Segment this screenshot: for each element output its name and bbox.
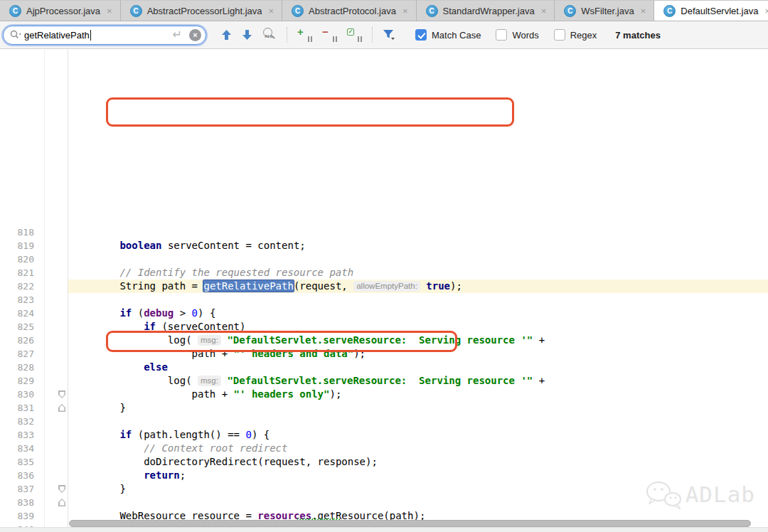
fold-region-down-icon[interactable] — [58, 485, 65, 493]
clear-search-icon[interactable]: × — [189, 29, 201, 41]
code-line-822[interactable]: 822 String path = getRelativePath(reques… — [0, 280, 768, 293]
match-case-checkbox[interactable] — [415, 29, 427, 41]
class-icon: C — [292, 5, 304, 17]
code-text: log( msg: "DefaultServlet.serveResource:… — [72, 375, 545, 386]
horizontal-scrollbar[interactable] — [69, 520, 751, 527]
code-line-831[interactable]: 831 } — [0, 401, 768, 415]
code-line-826[interactable]: 826 log( msg: "DefaultServlet.serveResou… — [0, 334, 768, 347]
filter-button[interactable] — [378, 26, 400, 44]
line-number: 827 — [0, 347, 34, 361]
code-line-835[interactable]: 835 doDirectoryRedirect(request, respons… — [0, 455, 768, 469]
words-checkbox[interactable] — [496, 29, 507, 41]
find-all-button[interactable]: ALL — [257, 26, 282, 44]
search-input[interactable]: getRelativePath ↵ × — [3, 26, 206, 45]
code-text: String path = getRelativePath(request, a… — [72, 280, 462, 292]
words-label: Words — [512, 30, 538, 41]
code-text: if (path.length() == 0) { — [72, 429, 270, 440]
add-occurrence-icon: + — [297, 28, 312, 42]
code-line-821[interactable]: 821 // Identify the requested resource p… — [0, 266, 768, 280]
class-icon: C — [426, 5, 438, 17]
tab-label: AjpProcessor.java — [26, 6, 100, 16]
line-number: 837 — [0, 482, 34, 496]
line-number: 830 — [0, 388, 34, 401]
close-tab-icon[interactable]: × — [763, 5, 768, 17]
annotation-box-getrelativepath — [106, 97, 514, 127]
line-number: 819 — [0, 239, 34, 252]
match-case-label: Match Case — [432, 30, 481, 41]
code-text: log( msg: "DefaultServlet.serveResource:… — [72, 334, 545, 346]
window-footer — [0, 527, 768, 532]
parameter-hint: allowEmptyPath: — [353, 281, 420, 292]
code-line-832[interactable]: 832 — [0, 415, 768, 428]
next-occurrence-button[interactable] — [237, 26, 257, 44]
code-line-818[interactable]: 818 — [0, 225, 768, 239]
code-line-830[interactable]: 830 path + "' headers only"); — [0, 388, 768, 401]
line-number: 833 — [0, 428, 34, 442]
select-all-occurrences-icon: ✓ — [347, 28, 362, 42]
tab-label: AbstractProtocol.java — [309, 6, 396, 16]
code-line-829[interactable]: 829 log( msg: "DefaultServlet.serveResou… — [0, 374, 768, 388]
tab-defaultservlet-java[interactable]: CDefaultServlet.java× — [654, 0, 768, 21]
tab-label: DefaultServlet.java — [681, 6, 758, 16]
code-line-833[interactable]: 833 if (path.length() == 0) { — [0, 428, 768, 442]
tab-abstractprotocol-java[interactable]: CAbstractProtocol.java× — [282, 0, 416, 21]
code-line-836[interactable]: 836 return; — [0, 469, 768, 482]
previous-occurrence-button[interactable] — [216, 26, 237, 44]
code-line-838[interactable]: 838 — [0, 496, 768, 509]
code-line-824[interactable]: 824 if (debug > 0) { — [0, 307, 768, 320]
code-line-828[interactable]: 828 else — [0, 361, 768, 374]
line-number: 824 — [0, 307, 34, 320]
code-text: else — [72, 361, 168, 373]
line-number: 821 — [0, 266, 34, 280]
find-toolbar: getRelativePath ↵ × ALL + − — [0, 21, 768, 49]
parameter-hint: msg: — [198, 376, 221, 386]
line-number: 825 — [0, 320, 34, 334]
regex-checkbox[interactable] — [554, 29, 565, 41]
toolbar-separator — [372, 27, 373, 43]
code-text: path + "' headers and data"); — [72, 348, 366, 359]
add-occurrence-button[interactable]: + — [292, 26, 317, 44]
tab-standardwrapper-java[interactable]: CStandardWrapper.java× — [417, 0, 555, 21]
line-number: 822 — [0, 280, 34, 293]
code-text: } — [72, 483, 126, 494]
tab-abstractprocessorlight-java[interactable]: CAbstractProcessorLight.java× — [121, 0, 282, 21]
close-tab-icon[interactable]: × — [540, 5, 548, 17]
fold-region-down-icon[interactable] — [58, 390, 65, 398]
code-line-834[interactable]: 834 // Context root redirect — [0, 442, 768, 455]
code-text: if (debug > 0) { — [72, 307, 215, 319]
find-all-icon: ALL — [262, 28, 277, 42]
line-number: 823 — [0, 293, 34, 307]
close-tab-icon[interactable]: × — [105, 5, 114, 17]
match-case-option[interactable]: Match Case — [415, 29, 481, 41]
code-line-825[interactable]: 825 if (serveContent) — [0, 320, 768, 334]
code-line-837[interactable]: 837 } — [0, 482, 768, 496]
remove-occurrence-button[interactable]: − — [317, 26, 342, 44]
parameter-hint: msg: — [198, 335, 221, 346]
text-caret — [90, 30, 91, 41]
close-tab-icon[interactable]: × — [639, 5, 648, 17]
line-number: 834 — [0, 442, 34, 455]
search-match-selected: getRelativePath — [203, 280, 293, 292]
match-count: 7 matches — [615, 30, 661, 41]
code-editor[interactable]: 818819 boolean serveContent = content;82… — [0, 50, 768, 532]
class-icon: C — [564, 5, 576, 17]
line-number: 826 — [0, 334, 34, 347]
code-line-827[interactable]: 827 path + "' headers and data"); — [0, 347, 768, 361]
tab-label: AbstractProcessorLight.java — [147, 6, 262, 16]
words-option[interactable]: Words — [496, 29, 538, 41]
code-line-819[interactable]: 819 boolean serveContent = content; — [0, 239, 768, 252]
tab-ajpprocessor-java[interactable]: CAjpProcessor.java× — [0, 0, 121, 21]
fold-region-up-icon[interactable] — [58, 404, 65, 412]
close-tab-icon[interactable]: × — [267, 5, 276, 17]
select-all-occurrences-button[interactable]: ✓ — [342, 26, 367, 44]
fold-region-up-icon[interactable] — [58, 499, 65, 506]
regex-option[interactable]: Regex — [554, 29, 597, 41]
close-tab-icon[interactable]: × — [401, 5, 410, 17]
toolbar-separator — [287, 27, 287, 43]
tab-wsfilter-java[interactable]: CWsFilter.java× — [555, 0, 654, 21]
code-line-823[interactable]: 823 — [0, 293, 768, 307]
code-text: boolean serveContent = content; — [72, 240, 306, 251]
code-line-820[interactable]: 820 — [0, 252, 768, 266]
line-number: 839 — [0, 509, 34, 523]
line-number: 838 — [0, 496, 34, 509]
